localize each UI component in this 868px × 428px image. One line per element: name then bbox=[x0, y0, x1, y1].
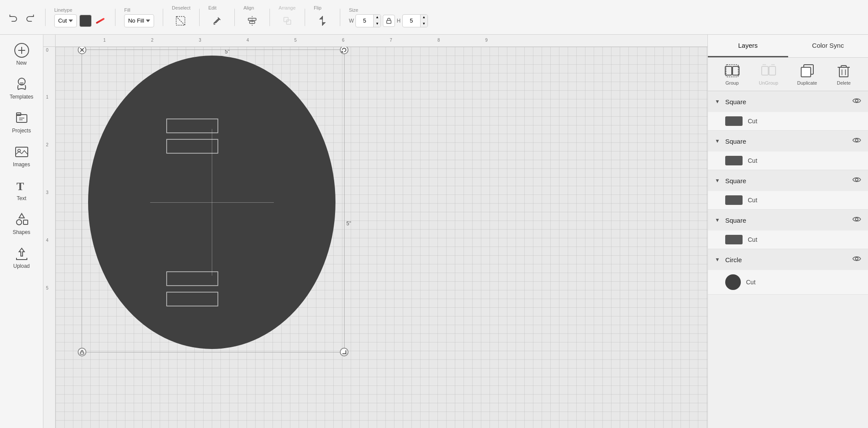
layer-sub-square-3[interactable]: Cut bbox=[708, 191, 868, 209]
toolbar: Linetype Cut Fill No Fill Deselect bbox=[0, 0, 868, 35]
layers-list[interactable]: ▼ Square Cut ▼ bbox=[708, 91, 868, 428]
height-up-button[interactable]: ▲ bbox=[421, 14, 427, 21]
canvas-inner[interactable]: 5" 5" bbox=[56, 47, 707, 428]
width-up-button[interactable]: ▲ bbox=[374, 14, 381, 21]
delete-action[interactable]: Delete bbox=[836, 63, 852, 86]
ungroup-action[interactable]: UnGroup bbox=[759, 63, 778, 86]
svg-point-43 bbox=[855, 139, 858, 142]
layer-header-circle[interactable]: ▼ Circle bbox=[708, 249, 868, 270]
fill-dropdown[interactable]: No Fill bbox=[124, 14, 154, 27]
ruler-v-tick-0: 0 bbox=[46, 48, 49, 53]
sidebar-item-projects[interactable]: Projects bbox=[2, 106, 41, 138]
deselect-group: Deselect bbox=[172, 5, 191, 30]
panel-actions: Group UnGroup Duplicate bbox=[708, 58, 868, 91]
canvas-grid[interactable]: 5" 5" bbox=[56, 47, 707, 428]
line-style-icon bbox=[94, 15, 106, 27]
rotate-handle[interactable] bbox=[340, 47, 349, 54]
ruler-horizontal: 1 2 3 4 5 6 7 8 9 bbox=[56, 35, 707, 47]
linetype-value: Cut bbox=[58, 17, 67, 24]
height-down-button[interactable]: ▼ bbox=[421, 21, 427, 27]
width-label: W bbox=[349, 18, 354, 24]
lock-handle[interactable] bbox=[78, 348, 86, 356]
group-action[interactable]: Group bbox=[724, 63, 740, 86]
close-handle[interactable] bbox=[78, 47, 86, 54]
separator-8 bbox=[340, 9, 340, 26]
redo-button[interactable] bbox=[23, 11, 36, 24]
upload-icon bbox=[14, 246, 30, 261]
separator-5 bbox=[234, 9, 235, 26]
sidebar-item-projects-label: Projects bbox=[12, 128, 31, 134]
height-input[interactable]: 5 bbox=[403, 17, 420, 24]
flip-group: Flip bbox=[314, 5, 331, 30]
layer-swatch-square-2 bbox=[725, 156, 743, 165]
layer-sub-square-1[interactable]: Cut bbox=[708, 112, 868, 130]
svg-rect-8 bbox=[286, 20, 291, 24]
tab-layers[interactable]: Layers bbox=[708, 35, 788, 57]
layer-name-square-4: Square bbox=[725, 217, 849, 224]
width-input[interactable]: 5 bbox=[356, 17, 373, 24]
linetype-dropdown[interactable]: Cut bbox=[54, 14, 77, 27]
deselect-button[interactable] bbox=[172, 12, 189, 30]
separator-2 bbox=[115, 9, 115, 26]
linetype-label: Linetype bbox=[54, 7, 72, 13]
ruler-v-ticks: 0 1 2 3 4 5 bbox=[43, 47, 55, 428]
svg-point-46 bbox=[855, 257, 858, 260]
rect-top-1 bbox=[166, 119, 218, 133]
layer-header-square-4[interactable]: ▼ Square bbox=[708, 210, 868, 230]
layer-swatch-square-1 bbox=[725, 116, 743, 126]
delete-label: Delete bbox=[837, 80, 851, 86]
lock-aspect-button[interactable] bbox=[383, 15, 395, 27]
layer-eye-square-1[interactable] bbox=[852, 96, 861, 107]
group-label: Group bbox=[726, 80, 739, 86]
shapes-icon bbox=[14, 212, 30, 227]
ungroup-icon bbox=[761, 63, 776, 79]
layer-arrow-square-2: ▼ bbox=[715, 138, 720, 144]
svg-rect-38 bbox=[839, 67, 848, 77]
width-down-button[interactable]: ▼ bbox=[374, 21, 381, 27]
ruler-h-tick-5: 5 bbox=[294, 38, 297, 43]
layer-eye-square-4[interactable] bbox=[852, 215, 861, 225]
layer-group-square-2: ▼ Square Cut bbox=[708, 131, 868, 170]
layer-sub-circle[interactable]: Cut bbox=[708, 270, 868, 294]
edit-label: Edit bbox=[208, 5, 217, 10]
flip-label: Flip bbox=[314, 5, 322, 10]
layer-sub-square-2[interactable]: Cut bbox=[708, 151, 868, 170]
edit-button[interactable] bbox=[208, 12, 226, 30]
sidebar-item-images[interactable]: Images bbox=[2, 140, 41, 172]
svg-line-1 bbox=[176, 16, 185, 25]
undo-button[interactable] bbox=[7, 11, 20, 24]
layer-eye-square-3[interactable] bbox=[852, 175, 861, 186]
duplicate-action[interactable]: Duplicate bbox=[797, 63, 817, 86]
sidebar-item-new[interactable]: New bbox=[2, 38, 41, 70]
layer-header-square-1[interactable]: ▼ Square bbox=[708, 91, 868, 112]
layer-header-square-2[interactable]: ▼ Square bbox=[708, 131, 868, 151]
ruler-v-tick-3: 3 bbox=[46, 190, 49, 195]
arrange-button[interactable] bbox=[279, 12, 296, 30]
design-circle[interactable] bbox=[88, 56, 335, 349]
plus-icon bbox=[14, 43, 30, 58]
sidebar-item-shapes[interactable]: Shapes bbox=[2, 207, 41, 240]
layer-header-square-3[interactable]: ▼ Square bbox=[708, 170, 868, 191]
sidebar-item-shapes-label: Shapes bbox=[13, 229, 30, 235]
scale-handle[interactable] bbox=[340, 348, 349, 356]
linetype-color-swatch[interactable] bbox=[79, 15, 92, 27]
tab-color-sync[interactable]: Color Sync bbox=[788, 35, 868, 57]
canvas-area[interactable]: 1 2 3 4 5 6 7 8 9 0 1 2 3 4 5 bbox=[43, 35, 707, 428]
separator-1 bbox=[45, 9, 46, 26]
layer-eye-circle[interactable] bbox=[852, 254, 861, 265]
svg-rect-7 bbox=[284, 17, 288, 22]
ruler-h-tick-7: 7 bbox=[390, 38, 392, 43]
linetype-controls: Cut bbox=[54, 14, 106, 27]
layer-swatch-square-4 bbox=[725, 235, 743, 244]
sidebar-item-upload[interactable]: Upload bbox=[2, 241, 41, 273]
rect-bottom-1 bbox=[166, 271, 218, 286]
sidebar-item-text[interactable]: T Text bbox=[2, 174, 41, 206]
layer-eye-square-2[interactable] bbox=[852, 136, 861, 146]
duplicate-icon bbox=[799, 63, 815, 79]
ruler-corner bbox=[43, 35, 56, 47]
sidebar-item-templates[interactable]: Templates bbox=[2, 72, 41, 104]
layer-sub-label-square-2: Cut bbox=[748, 157, 757, 164]
flip-button[interactable] bbox=[314, 12, 331, 30]
align-button[interactable] bbox=[243, 12, 261, 30]
layer-sub-square-4[interactable]: Cut bbox=[708, 230, 868, 249]
